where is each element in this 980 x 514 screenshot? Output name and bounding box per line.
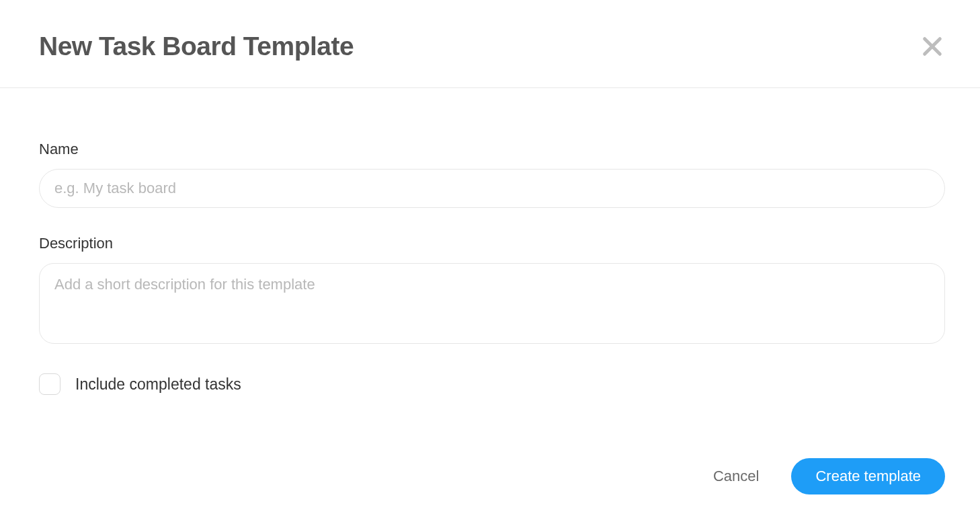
modal-footer: Cancel Create template [0, 458, 980, 494]
include-completed-checkbox[interactable] [39, 373, 60, 395]
cancel-button[interactable]: Cancel [706, 460, 766, 493]
name-label: Name [39, 141, 945, 158]
include-completed-group: Include completed tasks [39, 373, 945, 395]
name-field-group: Name [39, 141, 945, 208]
modal-body: Name Description Include completed tasks [0, 88, 980, 395]
name-input[interactable] [39, 169, 945, 208]
modal-title: New Task Board Template [39, 32, 354, 61]
description-label: Description [39, 235, 945, 252]
modal-header: New Task Board Template [0, 0, 980, 88]
close-button[interactable] [917, 31, 948, 62]
create-template-button[interactable]: Create template [791, 458, 945, 494]
include-completed-label[interactable]: Include completed tasks [75, 375, 241, 394]
description-input[interactable] [39, 263, 945, 344]
new-task-board-template-modal: New Task Board Template Name Description… [0, 0, 980, 514]
close-icon [921, 35, 944, 58]
description-field-group: Description [39, 235, 945, 346]
